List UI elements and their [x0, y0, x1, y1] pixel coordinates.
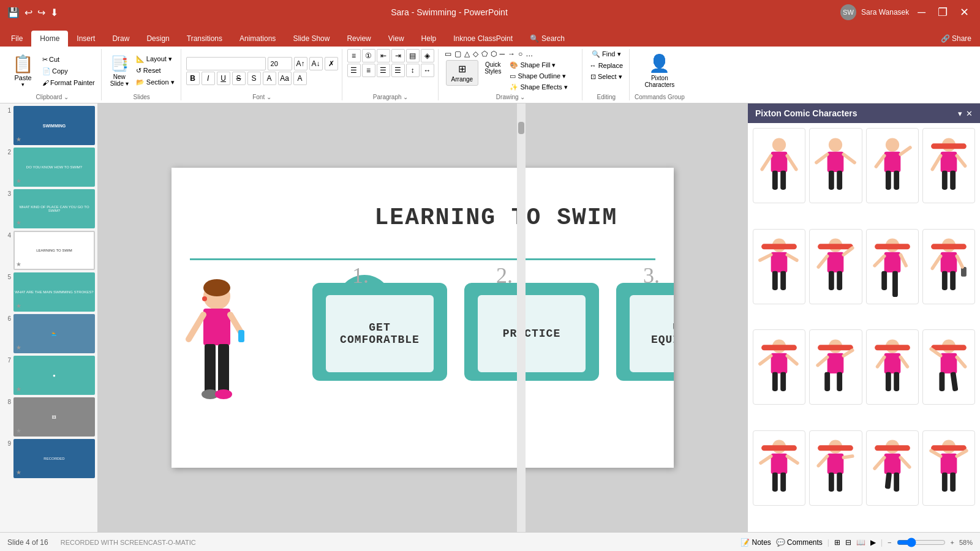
slide-thumb-6[interactable]: 6 🏊 ★	[2, 314, 95, 353]
font-size-input[interactable]	[268, 57, 292, 70]
align-left-button[interactable]: ☰	[347, 64, 361, 77]
align-right-button[interactable]: ☰	[377, 64, 390, 77]
minimize-button[interactable]: ─	[914, 6, 929, 19]
zoom-out-icon[interactable]: −	[888, 539, 891, 546]
arrow-shape[interactable]: →	[507, 49, 516, 59]
bold-button[interactable]: B	[186, 72, 200, 85]
char-item-11[interactable]	[866, 329, 919, 405]
clear-format-button[interactable]: ✗	[325, 57, 338, 70]
shape-effects-button[interactable]: ✨ Shape Effects ▾	[507, 82, 570, 92]
slide-img-9[interactable]: RECORDED ★	[13, 439, 95, 478]
underline-button[interactable]: U	[217, 72, 230, 85]
tab-share[interactable]: 🔗 Share	[932, 31, 980, 47]
slide-panel[interactable]: 1 SWIMMING ★ 2 DO YOU KNOW HOW TO SWIM? …	[0, 103, 98, 532]
char-item-1[interactable]	[753, 128, 805, 203]
rect-shape[interactable]: ▭	[443, 49, 453, 59]
slideshow-button[interactable]: ▶	[870, 538, 876, 547]
char-item-9[interactable]	[753, 329, 805, 405]
copy-button[interactable]: 📄 Copy	[40, 66, 97, 77]
tab-design[interactable]: Design	[138, 31, 178, 47]
notes-button[interactable]: 📝 Notes	[741, 538, 771, 547]
slide-thumb-4[interactable]: 4 LEARNING TO SWIM ★	[2, 231, 95, 270]
tab-review[interactable]: Review	[338, 31, 379, 47]
align-center-button[interactable]: ≡	[362, 64, 375, 77]
slide-img-4[interactable]: LEARNING TO SWIM ★	[13, 231, 95, 270]
slide-thumb-3[interactable]: 3 WHAT KIND OF PLACE CAN YOU GO TO SWIM?…	[2, 189, 95, 228]
restore-button[interactable]: ❐	[934, 6, 951, 19]
char-item-10[interactable]	[809, 329, 862, 405]
user-avatar[interactable]: SW	[840, 4, 856, 20]
tab-insert[interactable]: Insert	[68, 31, 104, 47]
section-button[interactable]: 📂 Section ▾	[134, 77, 177, 88]
char-item-14[interactable]	[809, 430, 862, 506]
tab-animations[interactable]: Animations	[231, 31, 284, 47]
slide-thumb-8[interactable]: 8 🖼 ★	[2, 397, 95, 437]
tab-help[interactable]: Help	[413, 31, 445, 47]
outdent-button[interactable]: ⇤	[377, 49, 390, 62]
char-item-2[interactable]	[809, 128, 862, 203]
slide-thumb-2[interactable]: 2 DO YOU KNOW HOW TO SWIM? ★	[2, 148, 95, 187]
format-painter-button[interactable]: 🖌 Format Painter	[40, 78, 97, 88]
char-item-13[interactable]	[753, 430, 805, 506]
font-case-button[interactable]: Aa	[278, 72, 292, 85]
close-button[interactable]: ✕	[956, 6, 973, 19]
char-item-8[interactable]	[922, 229, 975, 304]
arrange-button[interactable]: ⊞ Arrange	[446, 60, 479, 86]
justify-button[interactable]: ☰	[391, 64, 405, 77]
undo-icon[interactable]: ↩	[24, 7, 32, 18]
panel-close-button[interactable]: ✕	[966, 109, 973, 118]
slide-img-1[interactable]: SWIMMING ★	[13, 106, 95, 145]
shape-outline-button[interactable]: ▭ Shape Outline ▾	[507, 71, 570, 81]
slide-img-6[interactable]: 🏊 ★	[13, 314, 95, 353]
line-shape[interactable]: ─	[499, 49, 507, 59]
canvas-scrollbar[interactable]	[517, 103, 526, 532]
slide-sorter-button[interactable]: ⊟	[845, 538, 851, 547]
tab-slideshow[interactable]: Slide Show	[284, 31, 338, 47]
triangle-shape[interactable]: △	[463, 49, 471, 59]
column-button[interactable]: ▤	[406, 49, 420, 62]
zoom-slider[interactable]	[897, 538, 946, 547]
rounded-rect-shape[interactable]: ▢	[453, 49, 462, 59]
font-name-input[interactable]	[186, 57, 266, 70]
save-icon[interactable]: 💾	[7, 7, 20, 18]
font-grow-button[interactable]: A↑	[294, 57, 307, 70]
tab-view[interactable]: View	[380, 31, 413, 47]
smartart-button[interactable]: ◈	[421, 49, 434, 62]
tab-home[interactable]: Home	[31, 31, 68, 47]
redo-icon[interactable]: ↪	[37, 7, 45, 18]
tab-inknoe[interactable]: Inknoe ClassPoint	[445, 31, 521, 47]
slide-img-5[interactable]: WHAT ARE THE MAIN SWIMMING STROKES? ★	[13, 272, 95, 312]
char-item-7[interactable]	[866, 229, 919, 304]
comments-button[interactable]: 💬 Comments	[776, 538, 823, 547]
new-slide-button[interactable]: 📑 NewSlide ▾	[107, 53, 132, 89]
font-color-button[interactable]: A	[263, 72, 276, 85]
char-item-5[interactable]	[753, 229, 805, 304]
more-shapes[interactable]: …	[524, 49, 534, 59]
slide-img-8[interactable]: 🖼 ★	[13, 397, 95, 437]
oval-shape[interactable]: ○	[517, 49, 524, 59]
pentagon-shape[interactable]: ⬠	[480, 49, 489, 59]
numbering-button[interactable]: ①	[362, 49, 375, 62]
char-item-3[interactable]	[866, 128, 919, 203]
select-button[interactable]: ⊡ Select ▾	[588, 72, 625, 82]
char-item-12[interactable]	[922, 329, 975, 405]
tab-search[interactable]: 🔍 Search	[521, 31, 573, 47]
slide-thumb-9[interactable]: 9 RECORDED ★	[2, 439, 95, 478]
normal-view-button[interactable]: ⊞	[834, 538, 840, 547]
char-item-4[interactable]	[922, 128, 975, 203]
text-direction-button[interactable]: ↔	[421, 64, 434, 77]
tab-transitions[interactable]: Transitions	[178, 31, 231, 47]
panel-expand-button[interactable]: ▾	[958, 109, 962, 118]
layout-button[interactable]: 📐 Layout ▾	[134, 54, 177, 64]
char-item-15[interactable]	[866, 430, 919, 506]
char-item-16[interactable]	[922, 430, 975, 506]
paste-button[interactable]: 📋 Paste ▾	[7, 51, 39, 90]
slide-img-7[interactable]: ● ★	[13, 356, 95, 395]
indent-button[interactable]: ⇥	[391, 49, 405, 62]
reading-view-button[interactable]: 📖	[856, 538, 865, 547]
line-spacing-button[interactable]: ↕	[406, 64, 420, 77]
slide-img-3[interactable]: WHAT KIND OF PLACE CAN YOU GO TO SWIM? ★	[13, 189, 95, 228]
cut-button[interactable]: ✂ Cut	[40, 54, 97, 65]
tab-file[interactable]: File	[2, 31, 31, 47]
slide-img-2[interactable]: DO YOU KNOW HOW TO SWIM? ★	[13, 148, 95, 187]
